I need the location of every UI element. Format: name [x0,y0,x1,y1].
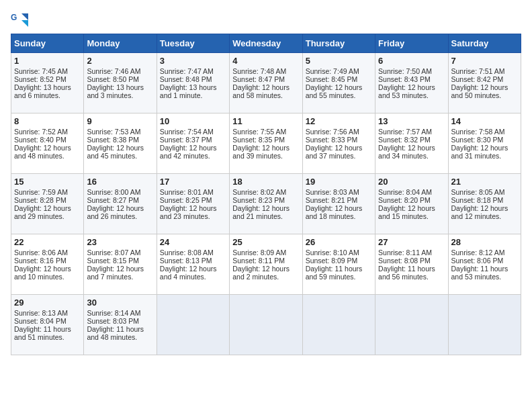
day-number: 2 [87,56,153,66]
sunrise-text: Sunrise: 8:03 AM [306,188,372,196]
logo: G [11,11,32,30]
daylight-text: Daylight: 12 hours and 29 minutes. [14,204,81,220]
sunrise-text: Sunrise: 7:46 AM [87,67,153,75]
sunrise-text: Sunrise: 8:01 AM [160,188,226,196]
daylight-text: Daylight: 12 hours and 45 minutes. [87,144,153,160]
calendar-cell [230,295,302,355]
sunset-text: Sunset: 8:47 PM [232,75,299,83]
day-number: 28 [451,237,518,247]
calendar-week-2: 8Sunrise: 7:52 AMSunset: 8:40 PMDaylight… [11,113,521,174]
daylight-text: Daylight: 13 hours and 1 minute. [160,83,226,99]
col-header-wednesday: Wednesday [230,34,302,53]
calendar-cell: 29Sunrise: 8:13 AMSunset: 8:04 PMDayligh… [11,295,84,355]
calendar-week-4: 22Sunrise: 8:06 AMSunset: 8:16 PMDayligh… [11,234,521,295]
svg-marker-2 [21,20,28,27]
daylight-text: Daylight: 12 hours and 34 minutes. [378,144,445,160]
day-number: 19 [306,177,372,187]
sunrise-text: Sunrise: 8:06 AM [14,248,81,257]
daylight-text: Daylight: 12 hours and 12 minutes. [451,204,518,220]
calendar-cell: 9Sunrise: 7:53 AMSunset: 8:38 PMDaylight… [84,113,157,174]
sunset-text: Sunset: 8:20 PM [378,196,445,204]
sunrise-text: Sunrise: 8:13 AM [14,309,81,317]
day-number: 14 [451,116,518,126]
calendar-cell: 17Sunrise: 8:01 AMSunset: 8:25 PMDayligh… [157,174,229,234]
calendar-cell: 27Sunrise: 8:11 AMSunset: 8:08 PMDayligh… [375,234,448,295]
sunrise-text: Sunrise: 8:14 AM [87,309,153,317]
sunrise-text: Sunrise: 8:10 AM [306,248,372,257]
day-number: 29 [14,298,81,308]
daylight-text: Daylight: 13 hours and 6 minutes. [14,83,81,99]
day-number: 25 [232,237,299,247]
sunset-text: Sunset: 8:13 PM [160,257,226,265]
sunset-text: Sunset: 8:32 PM [378,136,445,144]
sunset-text: Sunset: 8:40 PM [14,136,81,144]
daylight-text: Daylight: 11 hours and 51 minutes. [14,325,81,341]
calendar-cell: 6Sunrise: 7:50 AMSunset: 8:43 PMDaylight… [375,53,448,113]
sunrise-text: Sunrise: 7:58 AM [451,128,518,136]
daylight-text: Daylight: 11 hours and 56 minutes. [378,265,445,281]
sunrise-text: Sunrise: 7:49 AM [306,67,372,75]
day-number: 18 [232,177,299,187]
sunset-text: Sunset: 8:18 PM [451,196,518,204]
day-number: 5 [306,56,372,66]
calendar-cell: 24Sunrise: 8:08 AMSunset: 8:13 PMDayligh… [157,234,229,295]
col-header-monday: Monday [84,34,157,53]
calendar-header-row: SundayMondayTuesdayWednesdayThursdayFrid… [11,34,521,53]
daylight-text: Daylight: 12 hours and 7 minutes. [87,265,153,281]
sunset-text: Sunset: 8:35 PM [232,136,299,144]
sunrise-text: Sunrise: 7:45 AM [14,67,81,75]
calendar-cell: 14Sunrise: 7:58 AMSunset: 8:30 PMDayligh… [448,113,521,174]
day-number: 23 [87,237,153,247]
sunset-text: Sunset: 8:50 PM [87,75,153,83]
calendar-cell: 30Sunrise: 8:14 AMSunset: 8:03 PMDayligh… [84,295,157,355]
daylight-text: Daylight: 11 hours and 53 minutes. [451,265,518,281]
daylight-text: Daylight: 13 hours and 3 minutes. [87,83,153,99]
sunrise-text: Sunrise: 8:09 AM [232,248,299,257]
calendar-cell: 13Sunrise: 7:57 AMSunset: 8:32 PMDayligh… [375,113,448,174]
sunrise-text: Sunrise: 7:48 AM [232,67,299,75]
sunset-text: Sunset: 8:16 PM [14,257,81,265]
day-number: 26 [306,237,372,247]
calendar-cell: 26Sunrise: 8:10 AMSunset: 8:09 PMDayligh… [302,234,375,295]
sunset-text: Sunset: 8:48 PM [160,75,226,83]
calendar-cell: 16Sunrise: 8:00 AMSunset: 8:27 PMDayligh… [84,174,157,234]
calendar-cell [375,295,448,355]
daylight-text: Daylight: 12 hours and 48 minutes. [14,144,81,160]
sunset-text: Sunset: 8:23 PM [232,196,299,204]
sunset-text: Sunset: 8:38 PM [87,136,153,144]
daylight-text: Daylight: 12 hours and 21 minutes. [232,204,299,220]
sunrise-text: Sunrise: 7:47 AM [160,67,226,75]
calendar-cell: 2Sunrise: 7:46 AMSunset: 8:50 PMDaylight… [84,53,157,113]
day-number: 21 [451,177,518,187]
sunset-text: Sunset: 8:03 PM [87,317,153,325]
calendar-cell: 12Sunrise: 7:56 AMSunset: 8:33 PMDayligh… [302,113,375,174]
sunset-text: Sunset: 8:45 PM [306,75,372,83]
day-number: 13 [378,116,445,126]
calendar-cell: 28Sunrise: 8:12 AMSunset: 8:06 PMDayligh… [448,234,521,295]
sunset-text: Sunset: 8:30 PM [451,136,518,144]
calendar-cell: 3Sunrise: 7:47 AMSunset: 8:48 PMDaylight… [157,53,229,113]
sunrise-text: Sunrise: 7:56 AM [306,128,372,136]
sunrise-text: Sunrise: 7:54 AM [160,128,226,136]
calendar-cell: 11Sunrise: 7:55 AMSunset: 8:35 PMDayligh… [230,113,302,174]
calendar-cell: 1Sunrise: 7:45 AMSunset: 8:52 PMDaylight… [11,53,84,113]
sunset-text: Sunset: 8:28 PM [14,196,81,204]
sunrise-text: Sunrise: 7:59 AM [14,188,81,196]
day-number: 16 [87,177,153,187]
calendar-week-5: 29Sunrise: 8:13 AMSunset: 8:04 PMDayligh… [11,295,521,355]
col-header-sunday: Sunday [11,34,84,53]
day-number: 27 [378,237,445,247]
daylight-text: Daylight: 12 hours and 4 minutes. [160,265,226,281]
sunrise-text: Sunrise: 8:11 AM [378,248,445,257]
calendar-cell [448,295,521,355]
calendar-cell: 25Sunrise: 8:09 AMSunset: 8:11 PMDayligh… [230,234,302,295]
sunset-text: Sunset: 8:06 PM [451,257,518,265]
day-number: 7 [451,56,518,66]
day-number: 20 [378,177,445,187]
calendar-cell: 7Sunrise: 7:51 AMSunset: 8:42 PMDaylight… [448,53,521,113]
daylight-text: Daylight: 12 hours and 50 minutes. [451,83,518,99]
sunrise-text: Sunrise: 8:04 AM [378,188,445,196]
daylight-text: Daylight: 12 hours and 26 minutes. [87,204,153,220]
day-number: 30 [87,298,153,308]
calendar-cell: 5Sunrise: 7:49 AMSunset: 8:45 PMDaylight… [302,53,375,113]
